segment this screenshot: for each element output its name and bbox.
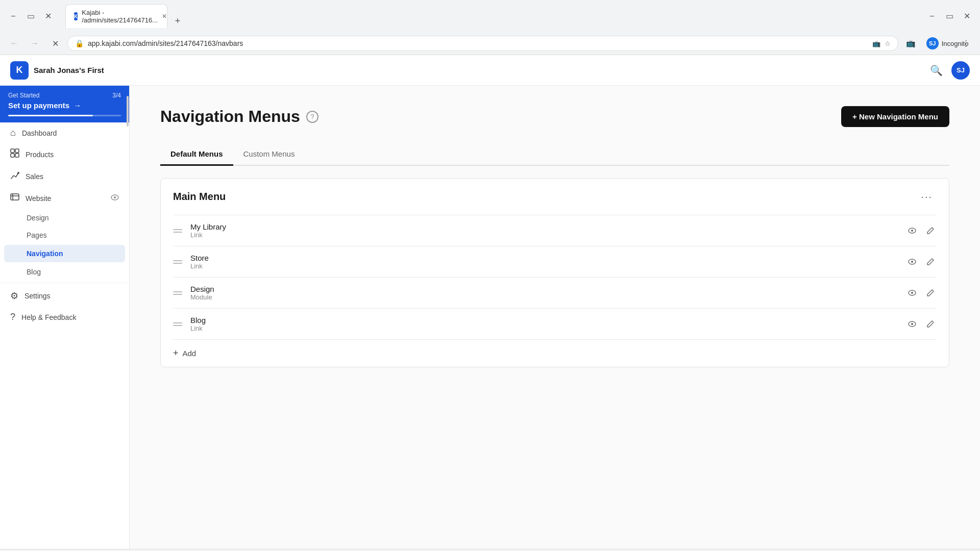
forward-button[interactable]: → [27, 35, 43, 52]
svg-rect-3 [15, 154, 19, 157]
menu-item-name-store: Store [190, 254, 898, 262]
visibility-button-design[interactable] [906, 287, 918, 299]
main-content: Navigation Menus ? + New Navigation Menu… [130, 86, 980, 549]
sidebar-item-products[interactable]: Products [0, 143, 129, 165]
new-navigation-menu-button[interactable]: + New Navigation Menu [841, 106, 949, 127]
new-tab-button[interactable]: + [170, 14, 185, 28]
profile-button[interactable]: SJ Incognito [939, 35, 955, 52]
site-name: Sarah Jonas's First [34, 66, 104, 74]
svg-rect-5 [11, 194, 19, 200]
sidebar-item-website[interactable]: Website [0, 187, 129, 209]
minimize-button[interactable]: − [6, 9, 20, 23]
sidebar-label-pages: Pages [27, 231, 47, 239]
tab-custom-menus[interactable]: Custom Menus [233, 143, 305, 166]
restore-window-button[interactable]: ▭ [942, 9, 957, 23]
get-started-cta-text: Set up payments [8, 101, 69, 110]
menu-item-actions-my-library [906, 224, 937, 237]
edit-button-store[interactable] [924, 256, 937, 268]
menu-item-blog: Blog Link [161, 309, 949, 339]
close-window-button[interactable]: ✕ [960, 9, 974, 23]
close-button[interactable]: ✕ [41, 9, 55, 23]
tab-favicon: K [74, 12, 78, 20]
visibility-button-blog[interactable] [906, 318, 918, 330]
get-started-progress: 3/4 [112, 92, 121, 99]
address-bar-icons: 📺 ☆ [872, 40, 891, 47]
sidebar-item-sales[interactable]: Sales [0, 165, 129, 187]
sidebar-label-sales: Sales [26, 172, 119, 181]
menu-item-info-my-library: My Library Link [190, 222, 898, 239]
menu-item-type-blog: Link [190, 324, 898, 332]
sidebar-item-pages[interactable]: Pages [0, 227, 129, 244]
sidebar-item-dashboard[interactable]: ⌂ Dashboard [0, 122, 129, 143]
menu-item-design: Design Module [161, 278, 949, 308]
add-menu-item-row[interactable]: + Add [161, 340, 949, 367]
cast-button[interactable]: 📺 [902, 35, 919, 52]
drag-handle-blog[interactable] [173, 322, 182, 326]
browser-titlebar: − ▭ ✕ K Kajabi - /admin/sites/214764716.… [0, 0, 980, 32]
sidebar-item-blog[interactable]: Blog [0, 263, 129, 281]
menu-item-type-my-library: Link [190, 231, 898, 239]
menu-item-type-store: Link [190, 262, 898, 270]
menu-card-main: Main Menu ··· My Library Link [160, 178, 949, 367]
address-bar-row: ← → ✕ 🔒 app.kajabi.com/admin/sites/21476… [0, 32, 980, 55]
sidebar-item-navigation[interactable]: Navigation [4, 245, 125, 262]
drag-line [173, 294, 182, 295]
sidebar-item-help[interactable]: ? Help & Feedback [0, 307, 129, 328]
add-label: Add [183, 349, 197, 358]
menu-item-info-design: Design Module [190, 285, 898, 301]
active-tab[interactable]: K Kajabi - /admin/sites/214764716... ✕ [65, 4, 167, 28]
maximize-button[interactable]: ▭ [23, 9, 38, 23]
reload-button[interactable]: ✕ [47, 35, 63, 52]
tab-bar: K Kajabi - /admin/sites/214764716... ✕ + [59, 4, 191, 28]
drag-line [173, 263, 182, 264]
drag-handle-my-library[interactable] [173, 229, 182, 233]
tab-title: Kajabi - /admin/sites/214764716... [82, 9, 158, 24]
visibility-button-my-library[interactable] [906, 224, 918, 237]
drag-handle-store[interactable] [173, 260, 182, 264]
tab-default-menus-label: Default Menus [170, 149, 223, 158]
menu-more-button[interactable]: ··· [917, 189, 937, 205]
browser-chrome: − ▭ ✕ K Kajabi - /admin/sites/214764716.… [0, 0, 980, 55]
menu-items-list: My Library Link [161, 215, 949, 339]
more-options-button[interactable]: ⋮ [958, 35, 974, 52]
products-icon [10, 148, 19, 160]
edit-button-blog[interactable] [924, 318, 937, 330]
website-icon [10, 192, 19, 204]
sidebar-label-dashboard: Dashboard [22, 129, 119, 137]
page-title-group: Navigation Menus ? [160, 107, 318, 126]
browser-actions: 📺 ☆ SJ Incognito ⋮ [902, 35, 974, 52]
edit-button-my-library[interactable] [924, 224, 937, 237]
page-help-icon[interactable]: ? [306, 111, 318, 123]
tab-close-button[interactable]: ✕ [162, 12, 167, 21]
tab-default-menus[interactable]: Default Menus [160, 143, 233, 166]
app-header: K Sarah Jonas's First 🔍 SJ [0, 55, 980, 86]
address-bar[interactable]: 🔒 app.kajabi.com/admin/sites/2147647163/… [67, 36, 898, 51]
menu-item-actions-blog [906, 318, 937, 330]
drag-line [173, 232, 182, 233]
get-started-arrow: → [74, 101, 81, 110]
svg-point-11 [911, 230, 913, 232]
menu-item-actions-design [906, 287, 937, 299]
svg-rect-1 [15, 149, 19, 153]
cast-icon: 📺 [872, 40, 880, 47]
minimize-window-button[interactable]: − [925, 9, 939, 23]
progress-bar [8, 115, 121, 116]
search-button[interactable]: 🔍 [927, 61, 945, 80]
sidebar-label-website: Website [26, 194, 105, 203]
visibility-button-store[interactable] [906, 256, 918, 268]
drag-handle-design[interactable] [173, 291, 182, 295]
menu-item-info-blog: Blog Link [190, 316, 898, 332]
user-avatar[interactable]: SJ [951, 61, 970, 80]
scrollbar-thumb [127, 96, 129, 127]
get-started-banner[interactable]: Get Started 3/4 Set up payments → [0, 86, 129, 122]
drag-line [173, 260, 182, 261]
edit-button-design[interactable] [924, 287, 937, 299]
sidebar-item-design[interactable]: Design [0, 209, 129, 227]
menu-card-title: Main Menu [173, 191, 226, 203]
back-button[interactable]: ← [6, 35, 22, 52]
app-container: K Sarah Jonas's First 🔍 SJ Get Started 3… [0, 55, 980, 549]
progress-fill [8, 115, 93, 116]
bookmark-icon[interactable]: ☆ [885, 40, 891, 47]
drag-line [173, 325, 182, 326]
sidebar-item-settings[interactable]: ⚙ Settings [0, 285, 129, 307]
